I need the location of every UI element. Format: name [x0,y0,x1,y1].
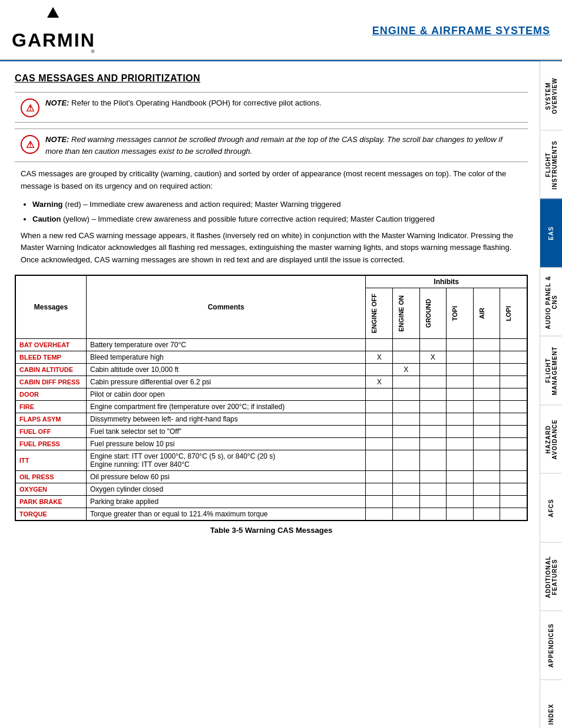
table-row: BLEED TEMPBleed temperature highXX [16,351,527,364]
msg-cell-12: PARK BRAKE [16,496,87,508]
topi-cell-7 [447,426,474,438]
comment-cell-1: Bleed temperature high [87,351,366,364]
ground-cell-9 [419,450,447,471]
table-row: OIL PRESSOil pressure below 60 psi [16,471,527,483]
note-box-1: ⚠ NOTE: Refer to the Pilot's Operating H… [15,92,528,123]
air-cell-4 [473,388,500,401]
table-body: BAT OVERHEATBattery temperature over 70°… [16,339,527,521]
cas-messages-table: Messages Comments Inhibits ENGINE OFF EN… [15,275,527,521]
lopi-cell-6 [500,413,527,426]
body-para-1: CAS messages are grouped by criticality … [21,168,528,193]
ground-cell-10 [419,471,447,483]
msg-cell-2: CABIN ALTITUDE [16,364,87,376]
ground-cell-2 [419,364,447,376]
ground-cell-8 [419,438,447,450]
engine_on-cell-2: X [392,364,419,376]
table-row: OXYGENOxygen cylinder closed [16,483,527,496]
col-engine-off: ENGINE OFF [366,288,393,338]
lopi-cell-8 [500,438,527,450]
logo-triangle-icon [47,7,59,18]
comment-cell-3: Cabin pressure differential over 6.2 psi [87,376,366,388]
warning-symbol-2: ⚠ [26,139,34,150]
comments-column-header: Comments [87,275,366,338]
engine_off-cell-1: X [366,351,393,364]
sidebar-tab-0[interactable]: SYSTEM OVERVIEW [540,61,562,130]
topi-cell-6 [447,413,474,426]
sidebar-tab-2[interactable]: EAS [540,199,562,268]
note-box-2: ⚠ NOTE: Red warning messages cannot be s… [15,129,528,162]
note-text-2: NOTE: Red warning messages cannot be scr… [45,134,522,157]
table-caption: Table 3-5 Warning CAS Messages [15,526,528,535]
comment-cell-12: Parking brake applied [87,496,366,508]
ground-cell-3 [419,376,447,388]
inhibits-group-header: Inhibits [366,275,527,288]
lopi-cell-2 [500,364,527,376]
table-row: FUEL OFFFuel tank selector set to "Off" [16,426,527,438]
comment-cell-0: Battery temperature over 70°C [87,339,366,351]
col-engine-on: ENGINE ON [392,288,419,338]
air-cell-1 [473,351,500,364]
engine_off-cell-10 [366,471,393,483]
engine_on-cell-9 [392,450,419,471]
note-icon-1: ⚠ [21,98,39,117]
engine_off-cell-4 [366,388,393,401]
lopi-cell-9 [500,450,527,471]
note-content-2: Red warning messages cannot be scrolled … [45,135,503,156]
ground-cell-7 [419,426,447,438]
comment-cell-4: Pilot or cabin door open [87,388,366,401]
topi-cell-2 [447,364,474,376]
warning-symbol-1: ⚠ [26,103,34,114]
lopi-cell-3 [500,376,527,388]
ground-cell-1: X [419,351,447,364]
logo-area: GARMIN ® [12,7,95,54]
engine_off-cell-3: X [366,376,393,388]
msg-cell-5: FIRE [16,401,87,413]
body-para-2: When a new red CAS warning message appea… [21,230,528,266]
ground-cell-4 [419,388,447,401]
air-cell-10 [473,471,500,483]
engine_on-cell-6 [392,413,419,426]
engine_on-cell-11 [392,483,419,496]
section-title: CAS MESSAGES AND PRIORITIZATION [15,73,528,84]
lopi-cell-10 [500,471,527,483]
topi-cell-8 [447,438,474,450]
topi-cell-5 [447,401,474,413]
garmin-logo: GARMIN [12,29,95,51]
table-row: FUEL PRESSFuel pressure below 10 psi [16,438,527,450]
engine_off-cell-6 [366,413,393,426]
air-cell-6 [473,413,500,426]
sidebar-tab-3[interactable]: AUDIO PANEL & CNS [540,268,562,337]
bullet-item-caution: Caution (yellow) – Immediate crew awaren… [32,213,528,225]
sidebar-tab-4[interactable]: FLIGHT MANAGEMENT [540,336,562,405]
bullet-item-warning: Warning (red) – Immediate crew awareness… [32,199,528,210]
col-lopi: LOPI [500,288,527,338]
engine_off-cell-13 [366,508,393,521]
ground-cell-6 [419,413,447,426]
sidebar-tab-9[interactable]: INDEX [540,680,562,729]
lopi-cell-5 [500,401,527,413]
sidebar-tab-5[interactable]: HAZARD AVOIDANCE [540,405,562,474]
engine_off-cell-11 [366,483,393,496]
msg-cell-10: OIL PRESS [16,471,87,483]
sidebar-tab-1[interactable]: FLIGHT INSTRUMENTS [540,130,562,199]
engine_off-cell-7 [366,426,393,438]
note-icon-2: ⚠ [21,135,39,154]
msg-cell-3: CABIN DIFF PRESS [16,376,87,388]
sidebar-tab-7[interactable]: ADDITIONAL FEATURES [540,542,562,611]
air-cell-2 [473,364,500,376]
table-row: CABIN DIFF PRESSCabin pressure different… [16,376,527,388]
engine_off-cell-0 [366,339,393,351]
engine_on-cell-7 [392,426,419,438]
air-cell-9 [473,450,500,471]
sidebar-tab-6[interactable]: AFCS [540,473,562,542]
ground-cell-0 [419,339,447,351]
sidebar-tab-8[interactable]: APPENDICES [540,611,562,680]
table-row: PARK BRAKEParking brake applied [16,496,527,508]
lopi-cell-12 [500,496,527,508]
msg-cell-13: TORQUE [16,508,87,521]
comment-cell-2: Cabin altitude over 10,000 ft [87,364,366,376]
engine_on-cell-5 [392,401,419,413]
msg-cell-7: FUEL OFF [16,426,87,438]
table-header-row-1: Messages Comments Inhibits [16,275,527,288]
topi-cell-3 [447,376,474,388]
